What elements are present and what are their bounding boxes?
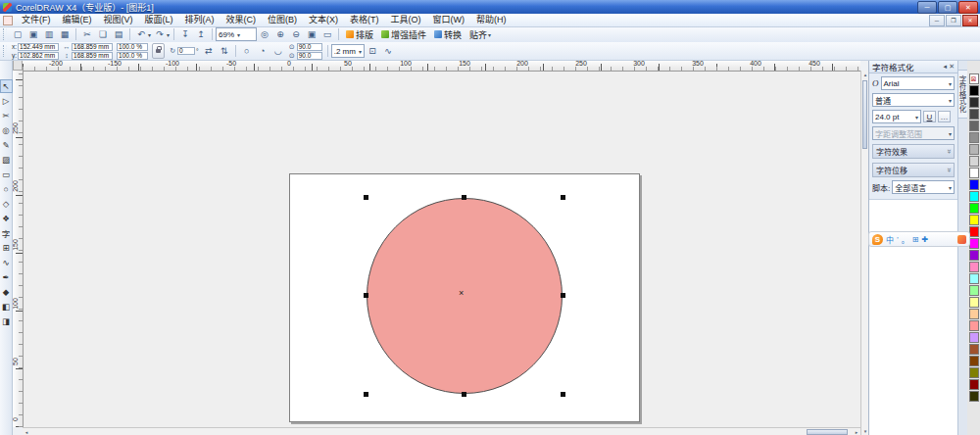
menu-edit[interactable]: 编辑(E): [57, 14, 98, 26]
snap-to-button[interactable]: 贴齐 ▾: [466, 27, 496, 41]
color-swatch[interactable]: [969, 85, 979, 96]
end-angle-field[interactable]: 90.0: [297, 52, 322, 60]
mirror-horizontal-button[interactable]: ⇄: [202, 45, 216, 58]
maximize-button[interactable]: ▢: [938, 1, 957, 14]
lock-ratio-button[interactable]: [152, 43, 165, 59]
tool-shape[interactable]: ▷: [0, 94, 13, 108]
object-width-field[interactable]: 168.859 mm: [72, 43, 113, 51]
color-swatch[interactable]: [969, 297, 979, 308]
selection-handle-top-right[interactable]: [561, 195, 565, 200]
mirror-vertical-button[interactable]: ⇅: [218, 45, 231, 58]
hscroll-thumb[interactable]: [807, 429, 848, 435]
color-swatch[interactable]: [969, 344, 979, 355]
tool-table[interactable]: ⊞: [0, 241, 13, 255]
import-button[interactable]: ↧: [178, 28, 192, 41]
selection-handle-bottom-center[interactable]: [462, 392, 466, 397]
character-effects-section[interactable]: 字符效果 »: [872, 144, 955, 159]
ime-punctuation-icon[interactable]: ’: [897, 235, 899, 244]
zoom-to-width-button[interactable]: ▭: [320, 28, 334, 41]
object-height-field[interactable]: 168.859 mm: [72, 52, 113, 60]
color-swatch[interactable]: [969, 262, 979, 272]
ime-fullwidth-icon[interactable]: 。: [902, 234, 909, 245]
menu-tools[interactable]: 工具(O): [385, 14, 427, 26]
selection-handle-top-left[interactable]: [364, 195, 368, 200]
tool-fill[interactable]: ◧: [0, 300, 13, 314]
menu-table[interactable]: 表格(T): [344, 14, 385, 26]
color-swatch[interactable]: [969, 191, 979, 202]
menu-layout[interactable]: 版面(L): [139, 14, 179, 26]
horizontal-ruler[interactable]: -200 -150 -100 -50 0 50 100 150 200 250 …: [23, 60, 860, 72]
toolbar-grip[interactable]: [3, 28, 7, 39]
cut-button[interactable]: ✂: [80, 28, 94, 41]
convert-plugin-button[interactable]: 转换: [430, 27, 466, 41]
menu-view[interactable]: 视图(V): [98, 14, 139, 26]
export-button[interactable]: ↥: [194, 28, 208, 41]
y-position-field[interactable]: 102.862 mm: [18, 52, 59, 60]
tool-crop[interactable]: ✂: [0, 109, 13, 122]
typesetting-plugin-button[interactable]: 排版: [342, 27, 377, 41]
zoom-level-select[interactable]: 69% ▾: [216, 27, 257, 41]
tool-text[interactable]: 字: [0, 226, 13, 240]
vertical-ruler[interactable]: 250 200 150 100 50 0: [13, 71, 24, 427]
undo-button[interactable]: ↶: [134, 28, 148, 41]
tool-ellipse[interactable]: ○: [0, 182, 13, 196]
scale-v-field[interactable]: 100.0 %: [117, 52, 148, 60]
open-button[interactable]: ▣: [26, 28, 40, 41]
zoom-tool-button[interactable]: ◎: [258, 28, 271, 41]
tool-zoom[interactable]: ◎: [0, 123, 13, 137]
vertical-scrollbar[interactable]: ▴ ▾: [860, 71, 868, 435]
ellipse-mode-button[interactable]: ○: [240, 45, 254, 58]
redo-dropdown-icon[interactable]: ▾: [167, 31, 170, 38]
color-swatch[interactable]: [969, 121, 979, 131]
color-swatch[interactable]: [969, 379, 979, 390]
more-options-button[interactable]: …: [938, 111, 951, 122]
color-swatch[interactable]: [969, 356, 979, 366]
color-swatch[interactable]: [969, 132, 979, 143]
tool-outline-pen[interactable]: ◆: [0, 285, 13, 299]
scroll-right-icon[interactable]: ▸: [853, 428, 860, 435]
selection-handle-top-center[interactable]: [462, 195, 466, 200]
underline-button[interactable]: U: [923, 111, 936, 122]
color-swatch[interactable]: [969, 109, 979, 120]
sogou-logo-icon[interactable]: S: [872, 234, 883, 245]
color-swatch[interactable]: [969, 285, 979, 296]
ruler-origin[interactable]: [13, 60, 23, 71]
minimize-button[interactable]: ─: [917, 1, 937, 14]
font-family-select[interactable]: Arial ▾: [881, 76, 956, 90]
wrap-text-button[interactable]: ⊡: [366, 45, 379, 58]
start-angle-field[interactable]: 90.0: [297, 43, 322, 51]
color-swatch[interactable]: [969, 309, 979, 319]
print-button[interactable]: ▦: [58, 28, 72, 41]
selection-handle-bottom-right[interactable]: [561, 392, 565, 397]
color-swatch[interactable]: [969, 238, 979, 249]
menu-bitmaps[interactable]: 位图(B): [262, 14, 303, 26]
tool-freehand[interactable]: ✎: [0, 138, 13, 152]
tool-rectangle[interactable]: ▭: [0, 168, 13, 181]
zoom-out-button[interactable]: ⊖: [289, 28, 303, 41]
color-swatch-none[interactable]: ⊠: [969, 73, 979, 84]
tool-basic-shapes[interactable]: ❖: [0, 212, 13, 225]
redo-button[interactable]: ↷: [153, 28, 167, 41]
arc-mode-button[interactable]: ◡: [271, 45, 285, 58]
color-swatch[interactable]: [969, 332, 979, 343]
vscroll-thumb[interactable]: [862, 80, 867, 149]
ime-keyboard-icon[interactable]: ⊞: [912, 235, 919, 244]
mdi-minimize-button[interactable]: ─: [929, 15, 945, 26]
x-position-field[interactable]: 152.449 mm: [18, 43, 59, 51]
menu-file[interactable]: 文件(F): [16, 14, 57, 26]
color-swatch[interactable]: [969, 203, 979, 214]
mdi-restore-button[interactable]: ❐: [946, 15, 961, 26]
menu-text[interactable]: 文本(X): [303, 14, 344, 26]
tool-polygon[interactable]: ◇: [0, 197, 13, 211]
selected-ellipse-object[interactable]: [367, 198, 563, 394]
paste-button[interactable]: ▤: [112, 28, 125, 41]
selection-handle-middle-left[interactable]: [364, 293, 368, 298]
outline-width-select[interactable]: .2 mm ▾: [331, 44, 365, 58]
page[interactable]: ×: [289, 173, 640, 422]
tool-eyedropper[interactable]: ✒: [0, 270, 13, 284]
tool-blend[interactable]: ∿: [0, 256, 13, 269]
tool-smart-fill[interactable]: ▨: [0, 153, 13, 167]
color-swatch[interactable]: [969, 156, 979, 167]
mdi-close-button[interactable]: ✕: [962, 15, 978, 26]
scroll-left-icon[interactable]: ◂: [23, 428, 30, 435]
